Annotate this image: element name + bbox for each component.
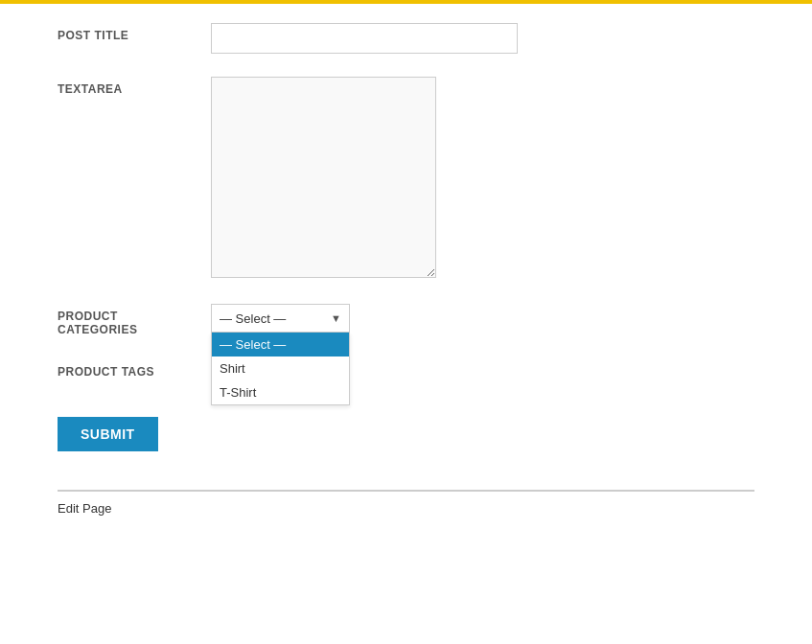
categories-field: — Select — ▼ — Select — Shirt T-Shirt	[211, 304, 754, 333]
page-container: POST TITLE TEXTAREA PRODUCT CATEGORIES —…	[0, 0, 812, 554]
textarea-input[interactable]	[211, 77, 436, 278]
submit-button[interactable]: SUBMIT	[58, 417, 158, 451]
product-categories-row: PRODUCT CATEGORIES — Select — ▼ — Select…	[58, 304, 754, 336]
textarea-label: TEXTAREA	[58, 77, 211, 96]
category-option-tshirt[interactable]: T-Shirt	[212, 380, 349, 404]
product-tags-row: PRODUCT TAGS — Select — ▼	[58, 359, 754, 388]
product-label: PRODUCT CATEGORIES	[58, 304, 211, 336]
textarea-field	[211, 77, 754, 281]
submit-row: SUBMIT	[58, 417, 754, 451]
edit-page-link[interactable]: Edit Page	[58, 501, 111, 516]
category-option-shirt[interactable]: Shirt	[212, 356, 349, 380]
categories-arrow-icon: ▼	[331, 312, 341, 324]
post-title-input[interactable]	[211, 23, 518, 54]
category-option-select[interactable]: — Select —	[212, 333, 349, 356]
categories-dropdown[interactable]: — Select — ▼ — Select — Shirt T-Shirt	[211, 304, 350, 333]
product-tags-label: PRODUCT TAGS	[58, 359, 211, 379]
form-container: POST TITLE TEXTAREA PRODUCT CATEGORIES —…	[0, 4, 812, 554]
textarea-row: TEXTAREA	[58, 77, 754, 281]
post-title-field	[211, 23, 754, 54]
categories-dropdown-trigger[interactable]: — Select — ▼	[211, 304, 350, 333]
post-title-label: POST TITLE	[58, 23, 211, 42]
categories-dropdown-menu: — Select — Shirt T-Shirt	[211, 333, 350, 405]
edit-page-section: Edit Page	[58, 490, 754, 516]
post-title-row: POST TITLE	[58, 23, 754, 54]
categories-selected-label: — Select —	[220, 311, 286, 326]
